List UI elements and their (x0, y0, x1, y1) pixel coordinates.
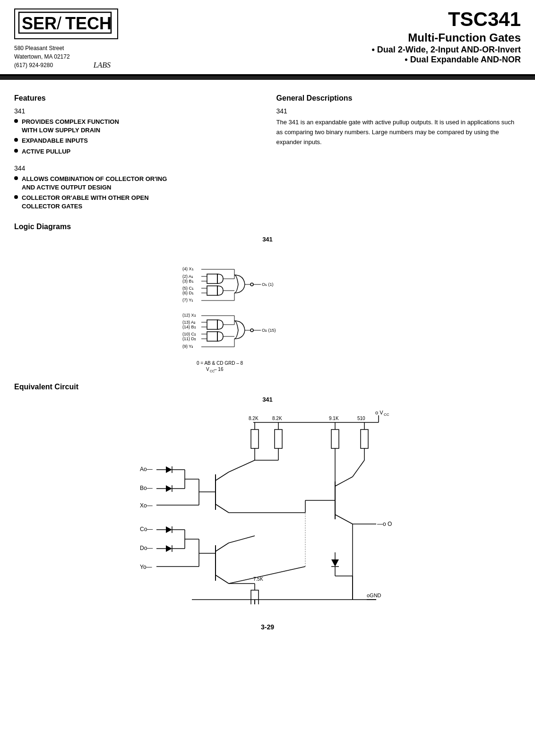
diode-d (166, 545, 172, 552)
general-desc-label: 341 (276, 107, 521, 115)
pin-label-10: (10) C₂ (182, 332, 196, 336)
res-82k-2-label: 8.2K (272, 416, 282, 421)
pin-label-14b: (14) B₂ (182, 325, 196, 329)
input-b-label: Bo— (140, 485, 153, 491)
svg-line-81 (216, 575, 229, 584)
part-number: TSC341 (156, 9, 521, 30)
svg-line-92 (335, 477, 353, 486)
bullet-dot-1: • (372, 45, 377, 54)
general-descriptions-heading: General Descriptions (276, 94, 521, 103)
pin-label-7: (7) Y₁ (182, 298, 193, 302)
svg-text:/: / (57, 14, 61, 33)
pin-label-5: (5) C₁ (182, 286, 194, 291)
bullet-dot-f4 (14, 176, 18, 180)
feature-text-3: ACTIVE PULLUP (22, 147, 70, 156)
bullet-dot-f2 (14, 138, 18, 142)
pin-label-9: (9) Y₂ (182, 344, 193, 349)
svg-rect-50 (361, 430, 368, 448)
pin-label-11: (11) D₂ (182, 336, 196, 341)
out-label-2: O₂ (15) (262, 328, 276, 333)
header-left: SER/TECH 580 Pleasant Street Watertown, … (14, 9, 147, 69)
res-510-label: 510 (357, 416, 365, 421)
phone: (617) 924-9280 (14, 61, 70, 69)
header-address-labs: 580 Pleasant Street Watertown, MA 02172 … (14, 44, 147, 69)
main-content: Features 341 PROVIDES COMPLEX FUNCTIONWI… (0, 80, 535, 213)
feature-group-341-label: 341 (14, 107, 258, 115)
res-82k-1-label: 8.2K (249, 416, 259, 421)
logic-diagram-svg: (4) X₁ (2) A₁ (3) B₁ (5) C₁ (6) D₁ (7) Y… (168, 246, 367, 373)
svg-line-100 (229, 567, 305, 584)
logic-diagrams-section: Logic Diagrams 341 (4) X₁ (2) A₁ (3) B₁ … (0, 213, 535, 373)
svg-rect-41 (251, 430, 259, 448)
svg-text:TECH: TECH (65, 14, 112, 33)
features-heading: Features (14, 94, 258, 103)
svg-point-34 (250, 329, 253, 332)
logic-diagrams-heading: Logic Diagrams (14, 223, 521, 231)
page-number: 3-29 (0, 619, 535, 640)
eq-circuit-heading: Equivalent Circuit (14, 383, 521, 391)
feature-item-2: EXPANDABLE INPUTS (14, 137, 258, 145)
svg-line-66 (229, 460, 255, 472)
feature-text-4: ALLOWS COMBINATION OF COLLECTOR OR'INGAN… (22, 175, 167, 192)
pin-label-12: (12) X₂ (182, 313, 196, 318)
svg-line-93 (335, 515, 353, 524)
vcc-sub: CC (384, 412, 389, 417)
feature-group-344: 344 ALLOWS COMBINATION OF COLLECTOR OR'I… (14, 164, 258, 211)
feature-text-5: COLLECTOR OR'ABLE WITH OTHER OPENCOLLECT… (22, 194, 149, 211)
general-descriptions-section: General Descriptions 341 The 341 is an e… (276, 94, 521, 213)
svg-line-80 (216, 543, 229, 551)
bullet-dot-f5 (14, 195, 18, 199)
address2: Watertown, MA 02172 (14, 52, 70, 61)
res-91k-label: 9.1K (329, 416, 339, 421)
logic-diagram-container: (4) X₁ (2) A₁ (3) B₁ (5) C₁ (6) D₁ (7) Y… (14, 246, 521, 373)
product-bullet2: • Dual Expandable AND-NOR (156, 55, 521, 65)
features-section: Features 341 PROVIDES COMPLEX FUNCTIONWI… (14, 94, 258, 213)
logo-box: SER/TECH (14, 9, 118, 39)
svg-text:SER: SER (22, 14, 57, 33)
svg-rect-47 (331, 430, 339, 448)
input-y-label: Yo— (140, 564, 152, 570)
input-c-label: Co— (140, 526, 153, 533)
feature-item-4: ALLOWS COMBINATION OF COLLECTOR OR'INGAN… (14, 175, 258, 192)
product-bullet1: • Dual 2-Wide, 2-Input AND-OR-Invert (156, 45, 521, 55)
svg-rect-23 (207, 320, 217, 329)
address1: 580 Pleasant Street (14, 44, 70, 52)
address-block: 580 Pleasant Street Watertown, MA 02172 … (14, 44, 70, 69)
eq-circuit-label: 341 (14, 396, 521, 403)
feature-item-5: COLLECTOR OR'ABLE WITH OTHER OPENCOLLECT… (14, 194, 258, 211)
svg-rect-10 (207, 286, 217, 295)
logic-note: 0 = AB & CD GRD – 8 (197, 361, 243, 366)
equivalent-circuit-svg: o V CC 8.2K 8.2K 9.1K 510 (121, 406, 414, 604)
svg-line-97 (353, 460, 364, 477)
input-a-label: Ao— (140, 466, 153, 472)
svg-line-65 (216, 504, 229, 513)
pin-label-2: (2) A₁ (182, 274, 193, 279)
svg-rect-44 (275, 430, 282, 448)
logic-vcc-val: – 16 (214, 367, 224, 372)
diode-b (166, 485, 172, 492)
svg-line-64 (216, 472, 229, 481)
output-label: —o O (377, 521, 392, 527)
svg-point-17 (250, 283, 253, 286)
svg-rect-6 (207, 274, 217, 284)
product-title: Multi-Function Gates (156, 30, 521, 45)
out-label-1: O₁ (1) (262, 282, 274, 287)
feature-group-344-label: 344 (14, 164, 258, 172)
feature-item-1: PROVIDES COMPLEX FUNCTIONWITH LOW SUPPLY… (14, 118, 258, 135)
divider-bar (0, 76, 535, 80)
pin-label-14: (4) X₁ (182, 266, 194, 271)
input-x-label: Xo— (140, 502, 153, 509)
input-d-label: Do— (140, 545, 153, 551)
vcc-label: o V (375, 410, 383, 415)
eq-circuit-diagram-container: o V CC 8.2K 8.2K 9.1K 510 (14, 406, 521, 604)
labs-text: LABS (94, 61, 111, 69)
bullet-dot-f1 (14, 119, 18, 123)
feature-text-2: EXPANDABLE INPUTS (22, 137, 88, 145)
logic-vcc-note: V (206, 367, 209, 372)
header: SER/TECH 580 Pleasant Street Watertown, … (0, 0, 535, 76)
diode-c (166, 526, 172, 533)
pin-label-13: (13) A₂ (182, 320, 196, 325)
svg-rect-27 (207, 332, 217, 341)
gnd-label: oGND (367, 593, 381, 598)
svg-line-82 (229, 536, 255, 543)
